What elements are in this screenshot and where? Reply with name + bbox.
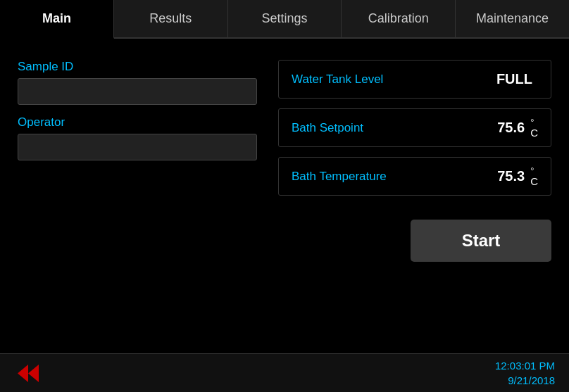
start-button[interactable]: Start	[411, 220, 551, 262]
tab-main[interactable]: Main	[0, 0, 114, 39]
left-panel: Sample ID Operator	[18, 53, 257, 339]
bath-setpoint-label: Bath Setpoint	[292, 121, 497, 135]
bath-temperature-label: Bath Temperature	[292, 170, 497, 184]
svg-marker-0	[18, 365, 28, 382]
bath-temperature-value: 75.3	[497, 168, 525, 184]
bath-temperature-unit: ° C	[530, 166, 538, 186]
water-tank-label: Water Tank Level	[292, 72, 496, 87]
sample-id-input[interactable]	[18, 78, 257, 105]
bath-temperature-row: Bath Temperature 75.3 ° C	[278, 157, 551, 196]
tab-bar: Main Results Settings Calibration Mainte…	[0, 0, 569, 39]
footer-time: 12:03:01 PM	[495, 358, 555, 373]
operator-input[interactable]	[18, 134, 257, 160]
bath-setpoint-unit: ° C	[530, 118, 538, 138]
footer-datetime: 12:03:01 PM 9/21/2018	[495, 358, 555, 388]
start-button-row: Start	[278, 220, 551, 262]
operator-label: Operator	[18, 115, 257, 129]
operator-field: Operator	[18, 115, 257, 160]
svg-marker-1	[28, 365, 39, 382]
tab-calibration[interactable]: Calibration	[342, 0, 456, 37]
footer: 12:03:01 PM 9/21/2018	[0, 353, 569, 392]
bath-setpoint-row: Bath Setpoint 75.6 ° C	[278, 108, 551, 147]
tab-results[interactable]: Results	[114, 0, 228, 37]
water-tank-row: Water Tank Level FULL	[278, 60, 551, 99]
main-content: Sample ID Operator Water Tank Level FULL…	[0, 39, 569, 353]
water-tank-value: FULL	[496, 71, 532, 87]
tab-settings[interactable]: Settings	[228, 0, 342, 37]
tab-maintenance[interactable]: Maintenance	[456, 0, 569, 37]
logo-area	[14, 361, 42, 386]
sample-id-field: Sample ID	[18, 60, 257, 105]
logo-icon	[14, 361, 42, 386]
bath-setpoint-value: 75.6	[497, 120, 525, 136]
right-panel: Water Tank Level FULL Bath Setpoint 75.6…	[278, 53, 551, 339]
sample-id-label: Sample ID	[18, 60, 257, 74]
footer-date: 9/21/2018	[495, 373, 555, 388]
